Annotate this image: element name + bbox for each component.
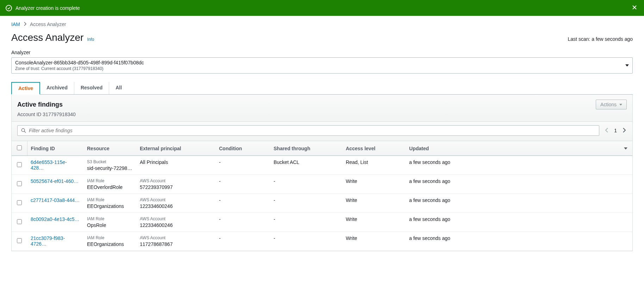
col-finding-id[interactable]: Finding ID [27, 141, 83, 156]
shared-through-cell: - [270, 194, 342, 213]
filter-row: 1 [12, 122, 632, 141]
tab-active[interactable]: Active [11, 82, 40, 95]
select-all-checkbox[interactable] [17, 145, 22, 150]
tab-all[interactable]: All [109, 82, 128, 94]
tabs: Active Archived Resolved All [11, 82, 633, 95]
analyzer-zone: Zone of trust: Current account (31779791… [15, 66, 625, 71]
row-checkbox[interactable] [17, 162, 22, 167]
col-shared-through[interactable]: Shared through [270, 141, 342, 156]
last-scan-text: Last scan: a few seconds ago [568, 36, 633, 42]
analyzer-name: ConsoleAnalyzer-865bb348-d505-498f-899d-… [15, 60, 625, 65]
resource-name: EEOrganizations [87, 203, 133, 209]
col-resource[interactable]: Resource [83, 141, 136, 156]
breadcrumb-current: Access Analyzer [30, 21, 66, 27]
condition-cell: - [215, 156, 270, 175]
external-principal-type: AWS Account [140, 178, 212, 183]
access-level-cell: Write [342, 194, 406, 213]
access-level-cell: Write [342, 175, 406, 194]
search-icon [21, 128, 26, 133]
next-page-button[interactable] [622, 127, 627, 134]
pagination: 1 [604, 127, 627, 134]
col-access-level[interactable]: Access level [342, 141, 406, 156]
analyzer-label: Analyzer [11, 50, 633, 55]
external-principal-name: 117278687867 [140, 241, 212, 247]
external-principal-name: 572239370997 [140, 184, 212, 190]
notification-bar: Analyzer creation is complete [0, 0, 644, 16]
panel-header: Active findings Actions Account ID 31779… [12, 95, 632, 122]
resource-type: IAM Role [87, 216, 133, 221]
filter-input[interactable] [29, 128, 595, 133]
table-row: 6d4e6553-115e-428…S3 Bucketsid-security-… [12, 156, 632, 175]
condition-cell: - [215, 232, 270, 251]
finding-id-link[interactable]: 21cc3079-f983-4726… [31, 235, 65, 247]
external-principal-name: 122334600246 [140, 222, 212, 228]
sort-desc-icon [624, 147, 627, 150]
updated-cell: a few seconds ago [406, 175, 632, 194]
table-row: 50525674-ef01-460…IAM RoleEEOverlordRole… [12, 175, 632, 194]
external-principal-type: AWS Account [140, 197, 212, 202]
tab-resolved[interactable]: Resolved [74, 82, 109, 94]
account-id: Account ID 317797918340 [17, 112, 627, 117]
prev-page-button[interactable] [604, 127, 609, 134]
condition-cell: - [215, 194, 270, 213]
shared-through-cell: - [270, 232, 342, 251]
access-level-cell: Write [342, 232, 406, 251]
external-principal-type: AWS Account [140, 216, 212, 221]
row-checkbox[interactable] [17, 238, 22, 243]
tab-archived[interactable]: Archived [40, 82, 74, 94]
finding-id-link[interactable]: 8c0092a0-4e13-4c5… [31, 216, 80, 222]
finding-id-link[interactable]: 50525674-ef01-460… [31, 178, 79, 184]
analyzer-dropdown[interactable]: ConsoleAnalyzer-865bb348-d505-498f-899d-… [11, 57, 633, 74]
breadcrumb-root[interactable]: IAM [11, 21, 20, 27]
resource-name: EEOrganizations [87, 241, 133, 247]
chevron-down-icon [619, 104, 622, 106]
access-level-cell: Read, List [342, 156, 406, 175]
shared-through-cell: Bucket ACL [270, 156, 342, 175]
table-row: 8c0092a0-4e13-4c5…IAM RoleOpsRoleAWS Acc… [12, 213, 632, 232]
filter-input-wrapper[interactable] [17, 125, 599, 136]
svg-point-0 [21, 128, 25, 132]
row-checkbox[interactable] [17, 219, 22, 224]
access-level-cell: Write [342, 213, 406, 232]
chevron-down-icon [625, 64, 629, 66]
finding-id-link[interactable]: 6d4e6553-115e-428… [31, 159, 67, 171]
select-all-header [12, 141, 27, 156]
actions-button[interactable]: Actions [596, 100, 627, 109]
external-principal-name: 122334600246 [140, 203, 212, 209]
findings-table: Finding ID Resource External principal C… [12, 141, 632, 251]
updated-cell: a few seconds ago [406, 213, 632, 232]
shared-through-cell: - [270, 213, 342, 232]
updated-cell: a few seconds ago [406, 156, 632, 175]
page-title: Access Analyzer [11, 32, 83, 43]
resource-type: IAM Role [87, 235, 133, 240]
updated-cell: a few seconds ago [406, 194, 632, 213]
info-link[interactable]: Info [87, 37, 94, 42]
external-principal-type: AWS Account [140, 235, 212, 240]
finding-id-link[interactable]: c2771417-03a8-444… [31, 197, 80, 203]
resource-name: EEOverlordRole [87, 184, 133, 190]
chevron-right-icon [24, 21, 26, 27]
findings-panel: Active findings Actions Account ID 31779… [11, 95, 633, 251]
col-updated[interactable]: Updated [406, 141, 632, 156]
page-number: 1 [614, 128, 617, 133]
updated-cell: a few seconds ago [406, 232, 632, 251]
col-external-principal[interactable]: External principal [136, 141, 215, 156]
actions-label: Actions [600, 102, 617, 107]
close-icon[interactable] [631, 4, 638, 12]
panel-title: Active findings [17, 101, 63, 108]
condition-cell: - [215, 213, 270, 232]
row-checkbox[interactable] [17, 200, 22, 205]
success-check-icon [6, 5, 12, 11]
table-row: 21cc3079-f983-4726…IAM RoleEEOrganizatio… [12, 232, 632, 251]
row-checkbox[interactable] [17, 181, 22, 186]
svg-line-1 [24, 131, 26, 133]
resource-name: OpsRole [87, 222, 133, 228]
condition-cell: - [215, 175, 270, 194]
table-header-row: Finding ID Resource External principal C… [12, 141, 632, 156]
col-condition[interactable]: Condition [215, 141, 270, 156]
resource-type: IAM Role [87, 197, 133, 202]
shared-through-cell: - [270, 175, 342, 194]
external-principal-name: All Principals [140, 159, 212, 165]
resource-name: sid-security-72298… [87, 165, 133, 171]
notification-message: Analyzer creation is complete [15, 5, 631, 11]
